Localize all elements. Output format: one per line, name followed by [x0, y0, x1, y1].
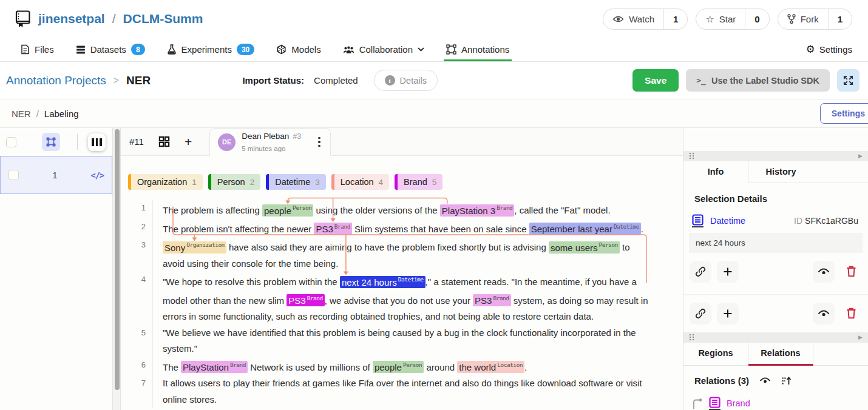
entity-brand[interactable]: PlayStation 3Brand [440, 204, 515, 217]
chevron-down-icon [418, 47, 424, 52]
hide-region-icon[interactable] [813, 303, 835, 324]
task-checkbox[interactable] [8, 170, 19, 180]
label-tag-brand[interactable]: Brand5 [395, 174, 442, 190]
fullscreen-button[interactable] [837, 69, 860, 92]
task-panel-scrollbar[interactable] [112, 128, 121, 410]
tab-files[interactable]: Files [21, 38, 54, 61]
scrollbar-thumb[interactable] [115, 129, 120, 390]
info-icon: i [385, 75, 395, 86]
star-button[interactable]: ☆Star 0 [696, 8, 769, 30]
repo-owner-link[interactable]: jinensetpal [38, 12, 105, 26]
add-annotation-button[interactable]: + [185, 135, 192, 148]
info-panel-tabs: Info History [683, 161, 868, 183]
ls-project-name[interactable]: NER [12, 109, 31, 119]
entity-organization[interactable]: SonyOrganization [163, 241, 226, 254]
add-relation-icon[interactable] [717, 303, 739, 324]
tab-regions[interactable]: Regions [683, 343, 748, 365]
annotation-tab-strip: #11 + DE Dean Pleban#3 5 minutes ago [121, 128, 683, 156]
annotation-timestamp: 5 minutes ago [242, 145, 285, 152]
selection-label[interactable]: Datetime [710, 216, 745, 226]
tab-datasets[interactable]: Datasets 8 [76, 38, 145, 61]
line-text: "We believe we have identified that this… [152, 325, 665, 357]
annotation-area: #11 + DE Dean Pleban#3 5 minutes ago Org… [121, 128, 683, 410]
entity-brand[interactable]: PS3Brand [314, 223, 351, 235]
annotation-number: #3 [293, 132, 301, 141]
columns-button[interactable] [88, 133, 106, 151]
delete-region-icon[interactable] [840, 303, 862, 324]
relation-item[interactable]: Brand [683, 392, 868, 410]
delete-region-icon[interactable] [840, 261, 862, 283]
line-number: 4 [128, 272, 152, 325]
annotation-user-tab[interactable]: DE Dean Pleban#3 5 minutes ago [209, 128, 330, 156]
toolbar-divider [77, 134, 78, 150]
star-count[interactable]: 0 [745, 9, 768, 29]
entity-person[interactable]: peoplePerson [262, 204, 313, 217]
breadcrumb: Annotation Projects > NER [6, 74, 151, 87]
watch-button[interactable]: Watch 1 [603, 8, 688, 30]
regions-panel-drag-handle[interactable]: ▶ [683, 332, 868, 343]
collapse-panel-icon[interactable]: ▶ [858, 153, 863, 159]
sdk-button[interactable]: >_ Use the Label Studio SDK [686, 69, 830, 92]
annotation-projects-link[interactable]: Annotation Projects [6, 74, 106, 87]
label-tag-datetime[interactable]: Datetime3 [266, 174, 326, 190]
selection-mode-button[interactable] [42, 133, 60, 151]
datasets-badge: 8 [131, 44, 145, 55]
grid-view-icon[interactable] [158, 136, 170, 147]
info-panel-drag-handle[interactable]: ▶ [683, 151, 868, 161]
entity-datetime-selected[interactable]: next 24 hoursDatetime [340, 276, 426, 288]
link-icon[interactable] [690, 261, 711, 283]
tab-relations[interactable]: Relations [748, 343, 813, 366]
document-line: 1The problem is affecting peoplePerson u… [128, 200, 665, 219]
label-tag-location[interactable]: Location4 [331, 174, 389, 190]
toggle-relations-visibility-icon[interactable] [759, 377, 771, 385]
fork-button[interactable]: Fork 1 [778, 8, 852, 30]
label-tag-organization[interactable]: Organization1 [128, 174, 203, 190]
document-line: 3SonyOrganization have also said they ar… [128, 237, 665, 272]
tab-experiments[interactable]: Experiments 30 [167, 38, 255, 61]
repo-name-link[interactable]: DCLM-Summ [123, 12, 203, 26]
label-tag-person[interactable]: Person2 [208, 174, 260, 190]
add-relation-icon[interactable] [717, 261, 739, 283]
hide-region-icon[interactable] [813, 261, 835, 283]
link-icon[interactable] [690, 303, 711, 324]
tab-annotations[interactable]: Annotations [446, 38, 509, 61]
entity-brand[interactable]: PS3Brand [473, 294, 510, 306]
tab-collaboration[interactable]: Collaboration [343, 38, 424, 61]
save-button[interactable]: Save [632, 69, 679, 92]
flask-icon [167, 44, 177, 55]
select-all-checkbox[interactable] [6, 137, 16, 147]
collapse-panel-icon[interactable]: ▶ [858, 334, 863, 340]
entity-location[interactable]: the worldLocation [457, 361, 524, 373]
entity-person[interactable]: peoplePerson [373, 361, 424, 373]
entity-person[interactable]: some usersPerson [549, 241, 620, 254]
entity-datetime[interactable]: September last yearDatetime [529, 223, 641, 235]
tab-models[interactable]: Models [276, 38, 320, 61]
sort-relations-icon[interactable] [781, 376, 792, 386]
watch-count[interactable]: 1 [664, 9, 687, 29]
entity-label: Datetime [398, 276, 424, 283]
document-line: 7It allows users to play their friends a… [128, 375, 665, 408]
repo-settings-button[interactable]: ⚙ Settings [806, 38, 852, 61]
repo-nav-tabs: Files Datasets 8 Experiments 30 Models C… [21, 38, 509, 61]
selection-id: IDSFKc1aRGBu [794, 216, 858, 226]
entity-brand[interactable]: PlayStationBrand [181, 361, 248, 373]
ls-settings-button[interactable]: Settings [820, 103, 868, 124]
entity-label: Organization [186, 241, 225, 248]
relation-item-label[interactable]: Brand [727, 398, 750, 408]
entity-brand-selected[interactable]: PS3Brand [287, 294, 324, 306]
entity-label: Brand [230, 361, 246, 368]
details-button[interactable]: i Details [374, 70, 438, 91]
tab-info[interactable]: Info [683, 161, 748, 183]
kebab-menu-icon[interactable] [316, 135, 323, 150]
selection-value: next 24 hours [689, 233, 863, 253]
fork-count[interactable]: 1 [829, 9, 852, 29]
entity-label: Person [403, 361, 422, 368]
project-actions: Save >_ Use the Label Studio SDK [632, 69, 860, 92]
import-status-label: Import Status: [242, 75, 304, 86]
code-icon[interactable]: </> [91, 170, 104, 180]
brand-region-icon [709, 397, 721, 410]
selection-details-title: Selection Details [683, 183, 868, 207]
line-text: "We hope to resolve this problem within … [152, 272, 665, 325]
tab-history[interactable]: History [748, 161, 813, 183]
task-row[interactable]: 1 </> [0, 156, 112, 194]
